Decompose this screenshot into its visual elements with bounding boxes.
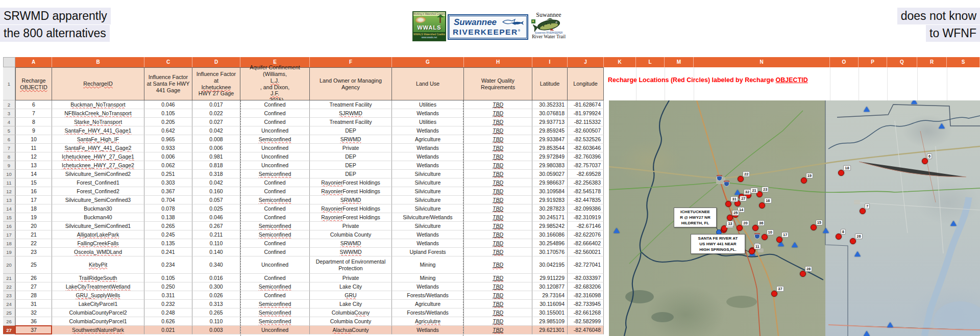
column-header-I[interactable]: I — [532, 57, 568, 67]
cell-J14[interactable]: -82.099386 — [568, 204, 604, 213]
cell-G14[interactable]: Silviculture — [392, 204, 464, 213]
cell-F16[interactable]: Private — [310, 222, 392, 230]
cell-G4[interactable]: Utilities — [392, 118, 464, 126]
cell-E19[interactable]: Confined — [240, 248, 310, 256]
cell-I25[interactable]: 30.155001 — [532, 308, 568, 317]
cell-G21[interactable]: Mining — [392, 274, 464, 282]
cell-D26[interactable]: 0.110 — [192, 317, 240, 326]
row-header-6[interactable]: 6 — [3, 135, 15, 144]
column-header-H[interactable]: H — [464, 57, 532, 67]
column-header-K[interactable]: K — [604, 57, 636, 67]
cell-I6[interactable]: 29.933847 — [532, 135, 568, 144]
cell-B23[interactable]: GRU_SupplyWells — [52, 291, 144, 300]
cell-J8[interactable]: -82.760396 — [568, 152, 604, 161]
cell-A9[interactable]: 13 — [15, 161, 52, 170]
cell-D11[interactable]: 0.042 — [192, 178, 240, 187]
row-header-17[interactable]: 17 — [3, 230, 15, 239]
column-header-S[interactable]: S — [947, 57, 980, 67]
cell-D10[interactable]: 0.318 — [192, 170, 240, 178]
cell-B27[interactable]: SouthwestNaturePark — [52, 326, 144, 334]
cell-E15[interactable]: Confined — [240, 213, 310, 222]
cell-B2[interactable]: Buckman_NoTransport — [52, 100, 144, 109]
cell-E8[interactable]: Unconfined — [240, 152, 310, 161]
row-header-15[interactable]: 15 — [3, 213, 15, 222]
cell-E12[interactable]: Confined — [240, 187, 310, 196]
row-header-9[interactable]: 9 — [3, 161, 15, 170]
cell-H9[interactable]: TBD — [464, 161, 532, 170]
row-header-16[interactable]: 16 — [3, 222, 15, 230]
cell-J17[interactable]: -82.622076 — [568, 230, 604, 239]
cell-F2[interactable]: Treatment Facility — [310, 100, 392, 109]
cell-C8[interactable]: 0.006 — [144, 152, 192, 161]
cell-J24[interactable]: -82.733945 — [568, 300, 604, 308]
row-header-1[interactable]: 1 — [3, 67, 15, 100]
cell-E20[interactable]: Unconfined — [240, 256, 310, 274]
cell-G26[interactable]: Agriculutre — [392, 317, 464, 326]
cell-E21[interactable]: Confined — [240, 274, 310, 282]
cell-C12[interactable]: 0.367 — [144, 187, 192, 196]
cell-G27[interactable]: Wetlands — [392, 326, 464, 334]
cell-C3[interactable]: 0.105 — [144, 109, 192, 118]
header-cell-B[interactable]: RechargeID — [52, 67, 144, 100]
cell-H19[interactable]: TBD — [464, 248, 532, 256]
cell-C11[interactable]: 0.303 — [144, 178, 192, 187]
cell-F8[interactable]: DEP — [310, 152, 392, 161]
row-header-14[interactable]: 14 — [3, 204, 15, 213]
cell-H24[interactable]: TBD — [464, 300, 532, 308]
column-header-M[interactable]: M — [665, 57, 694, 67]
cell-C20[interactable]: 0.234 — [144, 256, 192, 274]
cell-F10[interactable]: DEP — [310, 170, 392, 178]
cell-A14[interactable]: 18 — [15, 204, 52, 213]
cell-E9[interactable]: Unconfined — [240, 161, 310, 170]
cell-D16[interactable]: 0.267 — [192, 222, 240, 230]
cell-E17[interactable]: Semiconfined — [240, 230, 310, 239]
cell-H21[interactable]: TBD — [464, 274, 532, 282]
cell-C17[interactable]: 0.245 — [144, 230, 192, 239]
header-cell-E[interactable]: Aquifer Confinement (Williams, L.J., and… — [240, 67, 310, 100]
cell-A25[interactable]: 32 — [15, 308, 52, 317]
cell-J25[interactable]: -82.661268 — [568, 308, 604, 317]
cell-E13[interactable]: Semiconfined — [240, 196, 310, 204]
cell-J16[interactable]: -82.67146 — [568, 222, 604, 230]
cell-A19[interactable]: 23 — [15, 248, 52, 256]
cell-B17[interactable]: AlligatorLakePark — [52, 230, 144, 239]
cell-E27[interactable]: Unconfined — [240, 326, 310, 334]
cell-A5[interactable]: 9 — [15, 126, 52, 135]
cell-A22[interactable]: 27 — [15, 282, 52, 291]
cell-J26[interactable]: -82.582999 — [568, 317, 604, 326]
cell-I3[interactable]: 30.076818 — [532, 109, 568, 118]
cell-I20[interactable]: 30.042195 — [532, 256, 568, 274]
cell-G15[interactable]: Silviculture/Wetlands — [392, 213, 464, 222]
cell-D18[interactable]: 0.110 — [192, 239, 240, 248]
row-header-11[interactable]: 11 — [3, 178, 15, 187]
cell-C16[interactable]: 0.265 — [144, 222, 192, 230]
cell-B14[interactable]: Buckman30 — [52, 204, 144, 213]
row-header-24[interactable]: 24 — [3, 300, 15, 308]
cell-D12[interactable]: 0.160 — [192, 187, 240, 196]
cell-B13[interactable]: Silviculture_SemiConfined3 — [52, 196, 144, 204]
cell-F18[interactable]: SRWMD — [310, 239, 392, 248]
cell-B9[interactable]: Ichetucknee_HWY_27_Gage2 — [52, 161, 144, 170]
cell-F17[interactable]: Columbia County — [310, 230, 392, 239]
cell-H25[interactable]: TBD — [464, 308, 532, 317]
cell-C23[interactable]: 0.311 — [144, 291, 192, 300]
cell-J18[interactable]: -82.666402 — [568, 239, 604, 248]
cell-D22[interactable]: 0.300 — [192, 282, 240, 291]
cell-F25[interactable]: Columbia Couny — [310, 308, 392, 317]
cell-J2[interactable]: -81.628674 — [568, 100, 604, 109]
cell-G8[interactable]: Wetlands — [392, 152, 464, 161]
cell-E26[interactable]: Semiconfined — [240, 317, 310, 326]
cell-F27[interactable]: Alachua County — [310, 326, 392, 334]
column-header-A[interactable]: A — [15, 57, 52, 67]
cell-F13[interactable]: SRWMD — [310, 196, 392, 204]
cell-H11[interactable]: TBD — [464, 178, 532, 187]
cell-I22[interactable]: 30.120877 — [532, 282, 568, 291]
cell-I15[interactable]: 30.245171 — [532, 213, 568, 222]
row-header-5[interactable]: 5 — [3, 126, 15, 135]
cell-C5[interactable]: 0.642 — [144, 126, 192, 135]
column-header-G[interactable]: G — [392, 57, 464, 67]
cell-C10[interactable]: 0.251 — [144, 170, 192, 178]
cell-F24[interactable]: Lake City — [310, 300, 392, 308]
cell-A13[interactable]: 17 — [15, 196, 52, 204]
sheet-corner-box[interactable] — [3, 57, 15, 67]
